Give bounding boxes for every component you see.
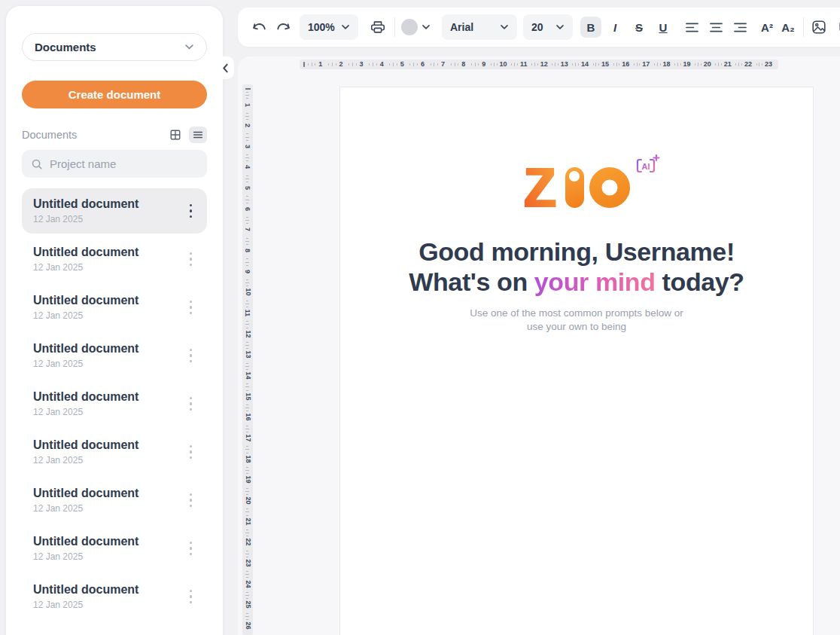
greeting-subtitle: Use one of the most common prompts below… [340,307,813,334]
document-title: Untitled document [33,246,138,259]
text-color-picker[interactable] [401,19,431,35]
sidebar-collapse-button[interactable] [216,56,234,79]
list-item[interactable]: Untitled document 12 Jan 2025 [22,478,207,523]
ai-badge-label: AI [641,162,650,171]
zoom-select[interactable]: 100% [300,14,358,40]
list-item[interactable]: Untitled document 12 Jan 2025 [22,429,207,475]
list-item[interactable]: Untitled document 12 Jan 2025 [22,188,207,234]
document-date: 12 Jan 2025 [33,359,138,369]
align-center-button[interactable] [705,17,726,38]
greeting-line1: Good morning, Username! [418,237,735,266]
logo-letter-o [589,167,630,208]
redo-icon [275,21,291,33]
kebab-menu-icon[interactable] [185,248,197,271]
grid-view-button[interactable] [166,127,184,143]
strikethrough-button[interactable]: S [628,17,650,38]
undo-button[interactable] [248,17,269,38]
logo-letter-z: z [524,167,560,208]
kebab-menu-icon[interactable] [185,344,197,368]
chevron-down-icon [555,24,565,30]
search-input[interactable] [50,157,198,170]
document-title: Untitled document [33,294,138,307]
align-right-button[interactable] [729,17,750,38]
horizontal-ruler[interactable]: 1234567891011121314151617181920212223 [300,60,778,69]
list-item[interactable]: Untitled document 12 Jan 2025 [22,333,207,378]
document-date: 12 Jan 2025 [33,214,138,224]
color-swatch [401,19,418,35]
vertical-ruler[interactable]: 1234567891011121314151617181920212223242… [242,84,253,635]
editor-canvas: 1234567891011121314151617181920212223 12… [238,56,840,635]
align-center-icon [709,22,723,33]
greeting-line2-suffix: today? [656,267,744,296]
document-text-wrap: Untitled document 12 Jan 2025 [33,487,138,514]
align-left-button[interactable] [681,17,702,38]
document-title: Untitled document [33,438,138,452]
greeting-line2-prefix: What's on [409,267,534,296]
document-date: 12 Jan 2025 [33,600,138,610]
redo-button[interactable] [272,17,294,38]
chevron-left-icon [222,63,229,73]
search-icon [31,158,43,170]
ai-badge-icon: AI [633,154,660,178]
font-family-select[interactable]: Arial [442,14,517,40]
kebab-menu-icon[interactable] [185,441,197,464]
sidebar: Documents Create document Documents Unti… [5,5,224,635]
insert-table-button[interactable] [835,17,840,38]
kebab-menu-icon[interactable] [185,585,197,609]
documents-section-header: Documents [22,126,207,144]
document-date: 12 Jan 2025 [33,310,138,321]
document-list: Untitled document 12 Jan 2025 Untitled d… [22,188,207,619]
font-size-value: 20 [531,21,543,33]
superscript-button[interactable]: A² [756,17,778,38]
list-item[interactable]: Untitled document 12 Jan 2025 [22,526,207,571]
subtitle-line1: Use one of the most common prompts below… [470,307,683,319]
undo-icon [251,21,267,33]
printer-icon [370,19,386,35]
document-text-wrap: Untitled document 12 Jan 2025 [33,294,138,321]
document-text-wrap: Untitled document 12 Jan 2025 [33,583,138,610]
document-date: 12 Jan 2025 [33,407,138,417]
list-item[interactable]: Untitled document 12 Jan 2025 [22,285,207,330]
document-date: 12 Jan 2025 [33,503,138,514]
logo-letter-i [565,167,584,208]
document-date: 12 Jan 2025 [33,455,138,466]
toolbar-divider [803,17,804,37]
document-title: Untitled document [33,342,138,356]
document-title: Untitled document [33,390,138,404]
document-text-wrap: Untitled document 12 Jan 2025 [33,246,138,273]
subtitle-line2: use your own to being [527,321,626,332]
grid-view-icon [169,129,181,141]
kebab-menu-icon[interactable] [185,489,197,512]
chevron-down-icon [500,24,509,30]
list-view-button[interactable] [189,127,207,143]
kebab-menu-icon[interactable] [185,392,197,416]
kebab-menu-icon[interactable] [185,537,197,560]
insert-image-button[interactable] [808,17,829,38]
list-item[interactable]: Untitled document 12 Jan 2025 [22,237,207,282]
italic-button[interactable]: I [604,17,625,38]
zio-logo: z AI [524,167,630,208]
font-size-select[interactable]: 20 [523,14,573,40]
svg-text:z: z [524,167,558,208]
kebab-menu-icon[interactable] [185,200,197,223]
kebab-menu-icon[interactable] [185,296,197,319]
create-document-button[interactable]: Create document [22,81,207,108]
subscript-button[interactable]: A₂ [778,17,799,38]
underline-button[interactable]: U [653,17,674,38]
documents-section-label: Documents [22,129,77,141]
toolbar: 100% Arial 20 B I S U A² A₂ [238,8,840,47]
toolbar-divider [394,17,395,37]
greeting-heading: Good morning, Username! What's on your m… [340,237,813,297]
bold-button[interactable]: B [580,17,601,38]
logo-row: z AI [340,167,813,208]
align-right-icon [733,22,747,33]
print-button[interactable] [367,17,388,38]
chevron-down-icon [422,24,431,30]
list-view-icon [192,129,204,141]
document-title: Untitled document [33,487,138,500]
document-date: 12 Jan 2025 [33,262,138,273]
document-page[interactable]: z AI [339,87,814,635]
workspace-selector[interactable]: Documents [22,33,207,61]
list-item[interactable]: Untitled document 12 Jan 2025 [22,574,207,619]
list-item[interactable]: Untitled document 12 Jan 2025 [22,381,207,426]
